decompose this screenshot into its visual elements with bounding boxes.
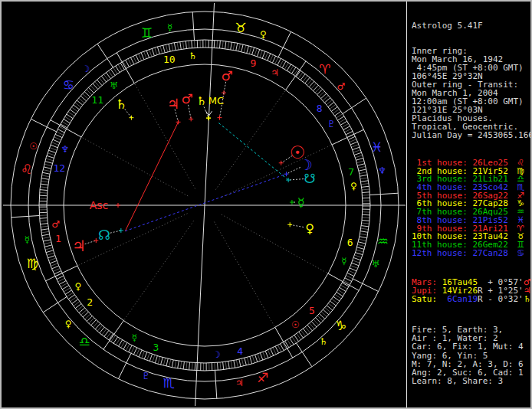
degree-tick — [214, 40, 215, 47]
degree-tick — [41, 231, 49, 233]
degree-tick — [161, 358, 163, 365]
degree-tick — [356, 250, 364, 252]
degree-tick — [217, 41, 218, 48]
astrolog-window: ♈♂♉♀♊☿♋☽♌☉♍☿♎♀♏♇♐♃♑♄♒♅♓♆1♂2♀3☿4☽5☉6☿7♀8♇… — [0, 0, 532, 409]
degree-tick — [234, 360, 235, 368]
natal-transit-wheel: ♈♂♉♀♊☿♋☽♌☉♍☿♎♀♏♇♐♃♑♄♒♅♓♆1♂2♀3☿4☽5☉6☿7♀8♇… — [2, 2, 406, 407]
degree-tick — [223, 362, 224, 370]
degree-tick — [64, 288, 71, 292]
degree-tick — [249, 47, 251, 54]
degree-tick — [225, 362, 226, 369]
zodiac-sign-icon: ♋ — [517, 250, 524, 258]
degree-tick — [245, 358, 247, 365]
degree-tick — [339, 119, 346, 123]
degree-tick — [360, 178, 368, 179]
house-cusp-text: 12th house: 27Can28 — [412, 250, 508, 258]
house-2-number: 2 — [87, 296, 93, 308]
degree-tick — [51, 145, 57, 148]
degree-tick — [260, 353, 263, 360]
degree-tick — [225, 41, 226, 49]
degree-tick — [362, 192, 369, 193]
degree-tick — [258, 354, 260, 361]
app-title: Astrolog 5.41F — [412, 21, 530, 30]
degree-tick — [61, 283, 67, 287]
house-cusp-list: 1st house: 26Leo25♌ 2nd house: 21Vir52♍ … — [412, 159, 530, 257]
chart-info: Inner ring:Mon March 16, 1942 4:45pm (ST… — [412, 47, 530, 139]
degree-tick — [163, 358, 165, 366]
house-cusp-dotted — [114, 221, 193, 333]
degree-tick — [233, 43, 235, 51]
degree-tick — [361, 228, 369, 229]
degree-tick — [186, 362, 187, 370]
sign-boundary — [192, 11, 194, 40]
degree-tick — [257, 49, 259, 56]
degree-tick — [350, 139, 356, 142]
degree-tick — [285, 341, 289, 348]
degree-tick — [354, 255, 361, 257]
degree-tick — [357, 247, 365, 250]
house-2-ruler-icon: ♀ — [75, 281, 82, 292]
degree-tick — [360, 175, 367, 176]
degree-tick — [160, 46, 163, 54]
degree-tick — [41, 178, 49, 180]
degree-tick — [361, 183, 369, 184]
natal-south-node-icon: ☋ — [304, 171, 315, 186]
degree-tick — [347, 273, 354, 276]
degree-tick — [352, 263, 359, 266]
house-8-number: 8 — [317, 103, 323, 114]
degree-tick — [126, 60, 130, 67]
house-7-number: 7 — [348, 166, 354, 178]
degree-tick — [44, 245, 52, 247]
degree-tick — [40, 224, 48, 224]
degree-tick — [358, 242, 366, 244]
degree-tick — [172, 43, 173, 51]
degree-tick — [180, 362, 181, 369]
planet-icon: ♄ — [524, 295, 531, 303]
degree-tick — [48, 150, 55, 152]
house-6-ruler-icon: ☿ — [341, 256, 346, 267]
degree-tick — [241, 358, 243, 366]
house-10-number: 10 — [163, 54, 176, 65]
saturn-ruler-icon: ♄ — [320, 336, 328, 347]
planet-label: Satu: — [412, 295, 437, 303]
degree-tick — [239, 359, 241, 367]
mercury-ruler-icon: ☿ — [25, 234, 30, 245]
degree-tick — [146, 51, 149, 57]
sign-boundary — [215, 371, 216, 399]
degree-tick — [275, 346, 278, 353]
degree-tick — [250, 356, 252, 364]
degree-tick — [169, 359, 171, 367]
natal-venus-icon: ♀ — [305, 221, 314, 236]
degree-tick — [136, 349, 140, 356]
degree-tick — [174, 43, 176, 51]
t-saturn-icon: ♄ — [115, 97, 126, 112]
degree-tick — [353, 150, 360, 152]
degree-tick — [360, 237, 367, 238]
degree-tick — [169, 44, 170, 51]
degree-tick — [350, 268, 356, 271]
degree-tick — [45, 162, 53, 164]
chart-wheel-area: ♈♂♉♀♊☿♋☽♌☉♍☿♎♀♏♇♐♃♑♄♒♅♓♆1♂2♀3☿4☽5☉6☿7♀8♇… — [2, 2, 406, 407]
degree-tick — [62, 122, 69, 126]
degree-tick — [342, 123, 349, 127]
house-cusp-solid — [332, 129, 364, 145]
venus-ruler-icon: ♀ — [65, 319, 72, 329]
house-cusp-dotted — [222, 138, 347, 197]
degree-tick — [42, 172, 50, 174]
degree-tick — [46, 250, 54, 253]
degree-tick — [172, 360, 173, 368]
degree-tick — [220, 362, 221, 370]
sign-aquarius-icon: ♒ — [377, 234, 389, 249]
planet-pointer-line — [189, 105, 192, 119]
degree-tick — [40, 221, 48, 221]
degree-tick — [40, 190, 48, 191]
sign-capricorn-icon: ♑ — [335, 318, 346, 333]
degree-tick — [46, 159, 54, 161]
degree-tick — [281, 344, 284, 351]
degree-tick — [363, 214, 370, 215]
degree-tick — [128, 59, 132, 66]
degree-tick — [47, 155, 54, 158]
sign-cancer-icon: ♋ — [63, 77, 74, 93]
t-jupiter-icon: ♃ — [72, 237, 86, 255]
degree-tick — [139, 350, 142, 357]
